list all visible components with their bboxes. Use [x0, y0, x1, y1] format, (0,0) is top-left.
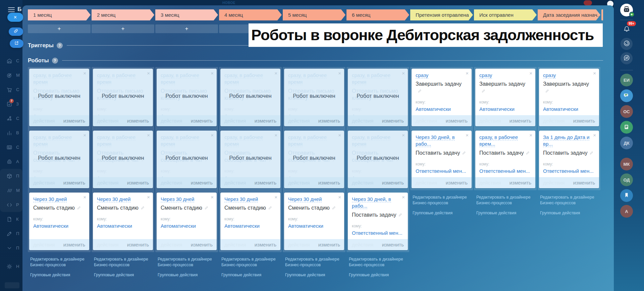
edit-in-bp-designer-link[interactable]: Редактировать в дизайнере Бизнес-процесс…	[94, 257, 152, 268]
robot-edit-link[interactable]: изменить	[573, 118, 595, 124]
edit-in-bp-designer-link[interactable]: Редактировать в дизайнере Бизнес-процесс…	[221, 257, 279, 268]
close-icon[interactable]: ×	[338, 194, 341, 200]
edit-in-bp-designer-link[interactable]: Редактировать в дизайнере Бизнес-процесс…	[413, 195, 471, 206]
robot-actions-link[interactable]: действия	[352, 118, 373, 124]
robot-card[interactable]: ×сразу, в рабочее врем...Поставить задач…	[475, 131, 535, 188]
robot-actions-link[interactable]: действия	[97, 118, 118, 124]
close-icon[interactable]: ×	[83, 194, 86, 200]
edit-pencil-icon[interactable]	[481, 88, 486, 95]
sidebar-item-waves[interactable]: М	[0, 183, 22, 198]
edit-pencil-icon[interactable]	[545, 88, 549, 95]
robot-when-link[interactable]: сразу, в рабочее время	[352, 72, 390, 85]
edit-pencil-icon[interactable]	[589, 150, 594, 157]
robot-when-link[interactable]: сразу, в рабочее время	[33, 134, 72, 147]
group-actions-link[interactable]: Групповые действия	[476, 210, 534, 216]
robot-card[interactable]: ×Через 30 днейСменить стадиюкому:Автомат…	[93, 193, 153, 250]
sidebar-item-chevron-down[interactable]: П	[0, 241, 22, 255]
edit-pencil-icon[interactable]	[526, 150, 530, 157]
robot-card[interactable]: ×Через 30 дней, в рабо...Поставить задач…	[348, 193, 408, 250]
robot-card[interactable]: ×сразу, в рабочее времяОтправить сообщен…	[284, 131, 344, 188]
robot-card[interactable]: ×Через 30 днейСменить стадиюкому:Автомат…	[157, 193, 217, 250]
robot-card[interactable]: ×Через 30 днейСменить стадиюкому:Автомат…	[29, 193, 89, 250]
add-robot-button[interactable]: +	[92, 24, 154, 33]
notifications-button[interactable]: 99+	[621, 23, 633, 35]
robot-when-link[interactable]: Через 30 дней, в рабо...	[352, 196, 391, 209]
edit-in-bp-designer-link[interactable]: Редактировать в дизайнере Бизнес-процесс…	[158, 257, 216, 268]
robot-edit-link[interactable]: изменить	[446, 180, 468, 186]
close-icon[interactable]: ×	[83, 70, 86, 76]
robot-actions-link[interactable]: действия	[161, 180, 182, 186]
copy-link-button[interactable]	[9, 27, 23, 36]
group-actions-link[interactable]: Групповые действия	[221, 272, 279, 278]
robot-edit-link[interactable]: изменить	[382, 180, 404, 186]
robot-card[interactable]: ×сразу, в рабочее времяОтправить сообщен…	[157, 131, 217, 188]
robot-actions-link[interactable]: действия	[224, 118, 246, 124]
robot-when-link[interactable]: сразу, в рабочее время	[97, 72, 136, 85]
robot-edit-link[interactable]: изменить	[255, 242, 276, 247]
close-icon[interactable]: ×	[338, 70, 341, 76]
funnel-stage[interactable]: 2 месяц	[92, 9, 154, 20]
triggers-help-icon[interactable]: ?	[57, 43, 63, 49]
edit-pencil-icon[interactable]	[204, 205, 209, 212]
close-icon[interactable]: ×	[466, 132, 469, 138]
robot-assignee-link[interactable]: Ответственный мен...	[416, 168, 468, 174]
edit-in-bp-designer-link[interactable]: Редактировать в дизайнере Бизнес-процесс…	[30, 257, 88, 268]
robot-assignee-link[interactable]: Автоматически	[161, 223, 213, 229]
robot-actions-link[interactable]: действия	[33, 180, 55, 186]
robot-actions-link[interactable]: действия	[288, 242, 310, 247]
robot-actions-link[interactable]: действия	[416, 180, 437, 186]
robot-actions-link[interactable]: действия	[352, 242, 373, 247]
robot-when-link[interactable]: сразу, в рабочее время	[97, 134, 136, 147]
chat-history-button[interactable]	[621, 52, 633, 64]
robot-edit-link[interactable]: изменить	[318, 242, 340, 247]
add-robot-button[interactable]: +	[155, 24, 218, 33]
robot-actions-link[interactable]: действия	[161, 242, 182, 247]
group-actions-link[interactable]: Групповые действия	[413, 210, 471, 216]
sidebar-item-pencil[interactable]: П	[0, 226, 22, 241]
robot-card[interactable]: ×сразу, в рабочее времяОтправить письмо …	[93, 69, 153, 126]
chat-bubbles-avatar[interactable]	[620, 89, 633, 102]
robot-actions-link[interactable]: действия	[416, 118, 437, 124]
edit-in-bp-designer-link[interactable]: Редактировать в дизайнере Бизнес-процесс…	[476, 195, 534, 206]
robot-actions-link[interactable]: действия	[33, 242, 55, 247]
sidebar-item-cart[interactable]: С	[0, 82, 22, 97]
robots-help-icon[interactable]: ?	[52, 58, 58, 64]
robot-when-link[interactable]: сразу, в рабочее время	[224, 134, 263, 147]
robot-assignee-link[interactable]: Автоматически	[33, 223, 85, 229]
close-icon[interactable]: ×	[402, 70, 405, 76]
robot-assignee-link[interactable]: Автоматически	[97, 223, 149, 229]
copilot-button[interactable]	[621, 38, 633, 50]
robot-actions-link[interactable]: действия	[224, 242, 246, 247]
robot-when-link[interactable]: сразу	[543, 72, 556, 78]
chat-avatar-МК[interactable]: МК	[620, 158, 633, 170]
robot-card[interactable]: ×сразу, в рабочее времяОтправить письмо …	[348, 69, 408, 126]
close-icon[interactable]: ×	[211, 132, 214, 138]
robot-assignee-link[interactable]: Автоматически	[416, 106, 468, 112]
robot-assignee-link[interactable]: Автоматически	[543, 106, 595, 112]
close-icon[interactable]: ×	[274, 70, 277, 76]
robot-card[interactable]: ×сразуЗавершить задачукому:Автоматически…	[475, 69, 535, 126]
robot-edit-link[interactable]: изменить	[191, 242, 213, 247]
sidebar-bottom-button[interactable]	[5, 282, 19, 288]
robot-edit-link[interactable]: изменить	[127, 242, 149, 247]
robot-edit-link[interactable]: изменить	[255, 180, 276, 186]
robot-edit-link[interactable]: изменить	[382, 242, 404, 247]
robot-when-link[interactable]: сразу, в рабочее время	[352, 134, 390, 147]
robot-assignee-link[interactable]: Автоматически	[224, 223, 276, 229]
funnel-stage[interactable]: 6 месяц	[346, 9, 409, 20]
chat-avatar-ДК[interactable]: ДК	[620, 137, 633, 149]
robot-card[interactable]: ×Через 30 дней, в рабо...Поставить задач…	[412, 131, 472, 188]
group-actions-link[interactable]: Групповые действия	[540, 210, 598, 216]
close-icon[interactable]: ×	[211, 194, 214, 200]
robot-actions-link[interactable]: действия	[352, 180, 373, 186]
robot-when-link[interactable]: Через 30 дней	[161, 196, 194, 202]
robot-edit-link[interactable]: изменить	[509, 118, 531, 124]
edit-pencil-icon[interactable]	[418, 88, 422, 95]
edit-in-bp-designer-link[interactable]: Редактировать в дизайнере Бизнес-процесс…	[540, 195, 598, 206]
group-actions-link[interactable]: Групповые действия	[349, 272, 407, 278]
robot-card[interactable]: ×сразу, в рабочее времяОтправить сообщен…	[93, 131, 153, 188]
chat-avatar-ЕИ[interactable]: ЕИ	[620, 74, 633, 86]
robot-card[interactable]: ×За 1 день до Дата и вр...Поставить зада…	[539, 131, 599, 188]
robot-edit-link[interactable]: изменить	[573, 180, 595, 186]
close-icon[interactable]: ×	[147, 194, 150, 200]
